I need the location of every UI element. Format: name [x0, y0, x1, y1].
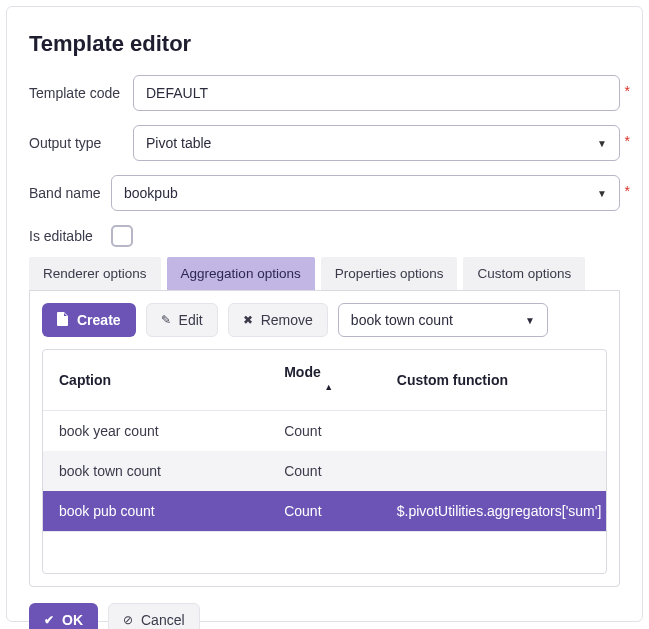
- tab-aggregation-options[interactable]: Aggregation options: [167, 257, 315, 290]
- dialog-title: Template editor: [29, 31, 620, 57]
- remove-button[interactable]: ✖ Remove: [228, 303, 328, 337]
- ban-icon: ⊘: [123, 613, 133, 627]
- table-empty-footer: [43, 531, 606, 573]
- row-output-type: Output type Pivot table ▼ *: [29, 125, 620, 161]
- aggregation-select[interactable]: book town count ▼: [338, 303, 548, 337]
- create-button-label: Create: [77, 312, 121, 328]
- panel-toolbar: Create ✎ Edit ✖ Remove book town count ▼: [42, 303, 607, 337]
- row-template-code: Template code *: [29, 75, 620, 111]
- chevron-down-icon: ▼: [525, 315, 535, 326]
- required-marker: *: [625, 133, 630, 149]
- table-row[interactable]: book pub count Count $.pivotUtilities.ag…: [43, 491, 606, 531]
- band-name-select[interactable]: bookpub ▼: [111, 175, 620, 211]
- cell-func: [381, 451, 606, 491]
- document-icon: [57, 312, 69, 329]
- cell-func: $.pivotUtilities.aggregators['sum']: [381, 491, 606, 531]
- table-row[interactable]: book year count Count: [43, 411, 606, 452]
- dialog-footer: ✔ OK ⊘ Cancel: [29, 603, 620, 629]
- sort-asc-icon: ▲: [324, 382, 333, 392]
- create-button[interactable]: Create: [42, 303, 136, 337]
- cell-mode: Count: [268, 411, 381, 452]
- required-marker: *: [625, 83, 630, 99]
- template-code-input[interactable]: [133, 75, 620, 111]
- cell-mode: Count: [268, 491, 381, 531]
- cell-func: [381, 411, 606, 452]
- template-editor-dialog: Template editor Template code * Output t…: [6, 6, 643, 622]
- ok-button-label: OK: [62, 612, 83, 628]
- row-is-editable: Is editable: [29, 225, 620, 247]
- output-type-value: Pivot table: [146, 135, 211, 151]
- label-output-type: Output type: [29, 135, 133, 151]
- check-icon: ✔: [44, 613, 54, 627]
- cancel-button-label: Cancel: [141, 612, 185, 628]
- is-editable-checkbox[interactable]: [111, 225, 133, 247]
- chevron-down-icon: ▼: [597, 138, 607, 149]
- required-marker: *: [625, 183, 630, 199]
- tab-custom-options[interactable]: Custom options: [463, 257, 585, 290]
- label-template-code: Template code: [29, 85, 133, 101]
- edit-button[interactable]: ✎ Edit: [146, 303, 218, 337]
- cell-caption: book pub count: [43, 491, 268, 531]
- cell-caption: book town count: [43, 451, 268, 491]
- tabs: Renderer options Aggregation options Pro…: [29, 257, 620, 290]
- aggregation-panel: Create ✎ Edit ✖ Remove book town count ▼: [29, 290, 620, 587]
- col-header-caption[interactable]: Caption: [43, 350, 268, 411]
- remove-button-label: Remove: [261, 312, 313, 328]
- close-icon: ✖: [243, 313, 253, 327]
- table-row[interactable]: book town count Count: [43, 451, 606, 491]
- chevron-down-icon: ▼: [597, 188, 607, 199]
- label-band-name: Band name: [29, 185, 111, 201]
- aggregation-table: Caption Mode ▲ Custom function book year…: [42, 349, 607, 574]
- output-type-select[interactable]: Pivot table ▼: [133, 125, 620, 161]
- label-is-editable: Is editable: [29, 228, 111, 244]
- pencil-icon: ✎: [161, 313, 171, 327]
- cell-mode: Count: [268, 451, 381, 491]
- edit-button-label: Edit: [179, 312, 203, 328]
- band-name-value: bookpub: [124, 185, 178, 201]
- row-band-name: Band name bookpub ▼ *: [29, 175, 620, 211]
- col-header-mode[interactable]: Mode ▲: [268, 350, 381, 411]
- cell-caption: book year count: [43, 411, 268, 452]
- tab-properties-options[interactable]: Properties options: [321, 257, 458, 290]
- ok-button[interactable]: ✔ OK: [29, 603, 98, 629]
- col-header-custom-function[interactable]: Custom function: [381, 350, 606, 411]
- tab-renderer-options[interactable]: Renderer options: [29, 257, 161, 290]
- cancel-button[interactable]: ⊘ Cancel: [108, 603, 200, 629]
- aggregation-select-value: book town count: [351, 312, 453, 328]
